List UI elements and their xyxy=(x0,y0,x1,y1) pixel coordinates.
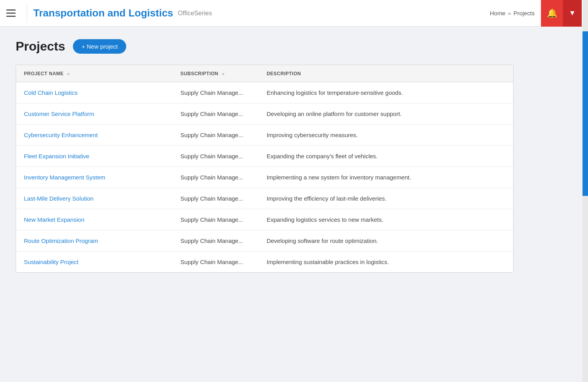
project-link[interactable]: Fleet Expansion Initiative xyxy=(24,153,89,159)
cell-description: Implementing sustainable practices in lo… xyxy=(259,252,513,273)
menu-icon[interactable] xyxy=(6,6,20,20)
page-content: Projects + New project PROJECT NAME ⬦ xyxy=(0,27,588,285)
table-row: Route Optimization ProgramSupply Chain M… xyxy=(16,230,513,252)
cell-project-name: New Market Expansion xyxy=(16,209,172,230)
filter-icon-name[interactable]: ⬦ xyxy=(67,71,70,76)
cell-description: Improving the efficiency of last-mile de… xyxy=(259,188,513,209)
cell-description: Improving cybersecurity measures. xyxy=(259,125,513,146)
cell-subscription: Supply Chain Manage... xyxy=(172,167,259,188)
dropdown-icon: ▼ xyxy=(569,9,576,17)
cell-project-name: Customer Service Platform xyxy=(16,103,172,125)
col-header-subscription: SUBSCRIPTION ⬦ xyxy=(172,65,259,82)
bell-icon: 🔔 xyxy=(547,8,557,18)
cell-subscription: Supply Chain Manage... xyxy=(172,230,259,252)
table-row: Sustainability ProjectSupply Chain Manag… xyxy=(16,252,513,273)
cell-subscription: Supply Chain Manage... xyxy=(172,188,259,209)
col-header-name: PROJECT NAME ⬦ xyxy=(16,65,172,82)
breadcrumb-separator: » xyxy=(508,10,511,16)
cell-project-name: Sustainability Project xyxy=(16,252,172,273)
cell-subscription: Supply Chain Manage... xyxy=(172,125,259,146)
table-row: Inventory Management SystemSupply Chain … xyxy=(16,167,513,188)
cell-description: Expanding logistics services to new mark… xyxy=(259,209,513,230)
table-body: Cold Chain LogisticsSupply Chain Manage.… xyxy=(16,82,513,273)
header-divider xyxy=(27,4,27,23)
page-header: Projects + New project xyxy=(16,39,572,54)
breadcrumb: Home » Projects xyxy=(490,10,535,16)
main-area: Projects + New project PROJECT NAME ⬦ xyxy=(16,39,572,273)
nav-home[interactable]: Home xyxy=(490,10,505,16)
table-row: Last-Mile Delivery SolutionSupply Chain … xyxy=(16,188,513,209)
cell-description: Expanding the company's fleet of vehicle… xyxy=(259,146,513,167)
cell-description: Developing an online platform for custom… xyxy=(259,103,513,125)
cell-description: Implementing a new system for inventory … xyxy=(259,167,513,188)
table-row: Cybersecurity EnhancementSupply Chain Ma… xyxy=(16,125,513,146)
cell-description: Developing software for route optimizati… xyxy=(259,230,513,252)
projects-table-container: PROJECT NAME ⬦ SUBSCRIPTION ⬦ xyxy=(16,65,514,273)
app-title: Transportation and Logistics xyxy=(33,7,173,19)
projects-table: PROJECT NAME ⬦ SUBSCRIPTION ⬦ xyxy=(16,65,513,272)
project-link[interactable]: Route Optimization Program xyxy=(24,237,98,244)
project-link[interactable]: Customer Service Platform xyxy=(24,110,94,117)
cell-subscription: Supply Chain Manage... xyxy=(172,252,259,273)
cell-subscription: Supply Chain Manage... xyxy=(172,82,259,103)
cell-subscription: Supply Chain Manage... xyxy=(172,146,259,167)
cell-subscription: Supply Chain Manage... xyxy=(172,209,259,230)
app-subtitle: OfficeSeries xyxy=(178,10,212,17)
cell-project-name: Fleet Expansion Initiative xyxy=(16,146,172,167)
table-row: Cold Chain LogisticsSupply Chain Manage.… xyxy=(16,82,513,103)
table-row: Fleet Expansion InitiativeSupply Chain M… xyxy=(16,146,513,167)
table-header-row: PROJECT NAME ⬦ SUBSCRIPTION ⬦ xyxy=(16,65,513,82)
col-header-description: DESCRIPTION xyxy=(259,65,513,82)
cell-description: Enhancing logistics for temperature-sens… xyxy=(259,82,513,103)
cell-project-name: Route Optimization Program xyxy=(16,230,172,252)
project-link[interactable]: Last-Mile Delivery Solution xyxy=(24,195,94,202)
project-link[interactable]: Inventory Management System xyxy=(24,174,105,181)
table-row: New Market ExpansionSupply Chain Manage.… xyxy=(16,209,513,230)
new-project-button[interactable]: + New project xyxy=(73,39,126,54)
header-actions: 🔔 ▼ xyxy=(541,0,582,27)
notification-bell[interactable]: 🔔 xyxy=(541,0,563,27)
project-link[interactable]: Cybersecurity Enhancement xyxy=(24,132,98,138)
table-row: Customer Service PlatformSupply Chain Ma… xyxy=(16,103,513,125)
page-title: Projects xyxy=(16,39,65,54)
cell-project-name: Inventory Management System xyxy=(16,167,172,188)
cell-subscription: Supply Chain Manage... xyxy=(172,103,259,125)
project-link[interactable]: Sustainability Project xyxy=(24,259,78,265)
filter-icon-subscription[interactable]: ⬦ xyxy=(221,71,225,76)
app-header: Transportation and Logistics OfficeSerie… xyxy=(0,0,588,27)
cell-project-name: Cold Chain Logistics xyxy=(16,82,172,103)
nav-projects: Projects xyxy=(514,10,535,16)
cell-project-name: Cybersecurity Enhancement xyxy=(16,125,172,146)
cell-project-name: Last-Mile Delivery Solution xyxy=(16,188,172,209)
project-link[interactable]: Cold Chain Logistics xyxy=(24,89,78,96)
header-dropdown-button[interactable]: ▼ xyxy=(563,0,582,27)
project-link[interactable]: New Market Expansion xyxy=(24,216,84,223)
